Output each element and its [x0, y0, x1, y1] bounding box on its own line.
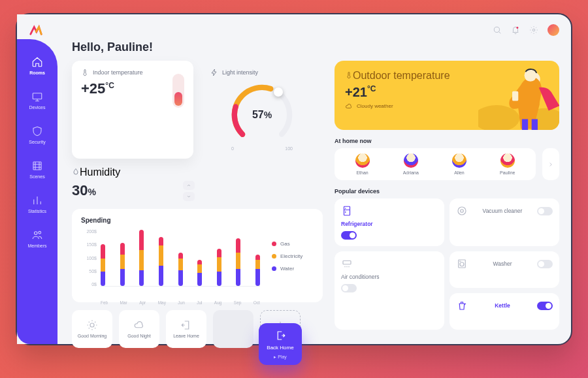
svg-rect-14 [522, 119, 528, 130]
nav-item-rooms[interactable]: Rooms [18, 56, 57, 75]
light-gauge[interactable]: 57% 0100 [226, 79, 298, 151]
nav-item-members[interactable]: Members [18, 229, 57, 248]
thermometer-icon [81, 69, 89, 76]
user-avatar[interactable] [547, 24, 559, 36]
spending-card: Spending 200$150$100$50$0$ FebMarAprMayJ… [72, 209, 323, 302]
users-icon [31, 229, 43, 241]
svg-point-20 [461, 210, 464, 213]
device-vacuum[interactable]: Vacuum cleaner [449, 198, 559, 246]
shield-icon [31, 125, 43, 137]
avatar-icon [500, 153, 515, 168]
sun-icon [86, 319, 98, 331]
device-toggle[interactable] [341, 284, 357, 292]
svg-rect-15 [532, 119, 538, 130]
scene-leave-home[interactable]: Leave Home [166, 310, 206, 348]
nav-item-scenes[interactable]: Scenes [18, 160, 57, 179]
person-pauline[interactable]: Pauline [500, 153, 515, 175]
cloud-icon [345, 102, 353, 110]
svg-point-5 [516, 27, 518, 29]
thermometer-icon [345, 71, 353, 79]
svg-point-11 [478, 105, 519, 130]
svg-point-22 [460, 262, 464, 266]
page-title: Hello, Pauline! [72, 40, 559, 54]
chevron-right-icon [547, 161, 554, 168]
popular-devices-title: Popular devices [335, 188, 559, 195]
spending-legend: Gas Electricity Water [272, 229, 314, 297]
avatar-icon [452, 153, 466, 168]
at-home-title: At home now [335, 138, 559, 144]
avatar-icon [355, 153, 370, 168]
indoor-temperature-value: +25°C [81, 80, 184, 97]
svg-point-6 [532, 29, 535, 31]
scene-good-night[interactable]: Good Night [119, 310, 159, 348]
person-allen[interactable]: Allen [452, 153, 466, 175]
device-toggle[interactable] [537, 207, 553, 215]
svg-point-10 [90, 323, 94, 327]
scene-back-home-active[interactable]: Back Home ▸ Play [259, 323, 302, 365]
droplet-icon [72, 168, 80, 176]
light-intensity-card: Light intensity 57% 0100 [201, 61, 323, 159]
people-next-button[interactable] [542, 148, 559, 180]
svg-point-19 [458, 207, 466, 215]
people-list: EthanAdrianaAllenPauline [335, 148, 536, 180]
person-ethan[interactable]: Ethan [355, 153, 370, 175]
svg-rect-18 [344, 206, 350, 215]
washer-icon [456, 258, 468, 270]
humidity-down[interactable] [183, 192, 195, 201]
app-logo-icon [29, 22, 43, 37]
nav-item-devices[interactable]: Devices [18, 91, 57, 110]
nav-item-statistics[interactable]: Statistics [18, 195, 57, 213]
svg-point-3 [39, 231, 41, 234]
device-refrigerator[interactable]: Refrigerator [335, 198, 444, 246]
sidebar: Rooms Devices Security Scenes Statistics… [17, 14, 57, 344]
device-toggle[interactable] [341, 231, 357, 240]
humidity-value: 30% [72, 182, 193, 199]
svg-rect-17 [512, 91, 518, 101]
indoor-temperature-card: Indoor temperature +25°C [72, 61, 193, 159]
nav: Rooms Devices Security Scenes Statistics… [17, 56, 57, 248]
scene-good-morning[interactable]: Good Morning [72, 310, 112, 348]
app-window: Rooms Devices Security Scenes Statistics… [16, 13, 572, 345]
flash-icon [210, 69, 218, 76]
scene-play-button[interactable]: ▸ Play [274, 354, 287, 360]
nav-item-security[interactable]: Security [18, 125, 57, 144]
avatar-icon [404, 153, 418, 168]
settings-icon[interactable] [529, 25, 538, 35]
kettle-icon [456, 300, 468, 311]
humidity-up[interactable] [183, 181, 195, 190]
person-adriana[interactable]: Adriana [403, 153, 419, 175]
svg-point-4 [494, 27, 499, 32]
search-icon[interactable] [493, 25, 502, 35]
humidity-card: Humidity 30% [72, 166, 193, 201]
thermometer-gauge [172, 74, 184, 108]
device-kettle[interactable]: Kettle [449, 293, 559, 330]
film-icon [31, 160, 43, 172]
bar-chart-icon [31, 195, 43, 206]
topbar [72, 14, 559, 39]
weather-illustration [478, 61, 559, 130]
door-out-icon [180, 319, 192, 331]
ac-icon [341, 258, 353, 270]
svg-rect-23 [343, 261, 351, 264]
spending-chart: 200$150$100$50$0$ FebMarAprMayJunJulAugS… [81, 229, 260, 297]
device-washer[interactable]: Washer [449, 251, 559, 288]
bell-icon[interactable] [511, 25, 520, 35]
svg-rect-0 [33, 93, 42, 99]
humidity-stepper [183, 181, 195, 201]
outdoor-card: Outdoor temperature +21°C Cloudy weather [335, 61, 559, 130]
vacuum-icon [456, 205, 468, 217]
fridge-icon [341, 205, 353, 217]
svg-point-2 [35, 232, 38, 235]
home-icon [31, 56, 43, 68]
monitor-icon [31, 91, 43, 102]
cloud-icon [133, 319, 145, 331]
devices-grid: Refrigerator Vacuum cleaner [335, 198, 559, 330]
door-in-icon [274, 330, 286, 341]
svg-rect-1 [33, 162, 41, 170]
device-toggle[interactable] [537, 302, 553, 310]
scene-back-home-placeholder [213, 310, 253, 348]
device-toggle[interactable] [537, 260, 553, 268]
main: Hello, Pauline! Indoor temperature +25°C… [57, 14, 571, 344]
device-ac[interactable]: Air conditioners [335, 251, 444, 330]
